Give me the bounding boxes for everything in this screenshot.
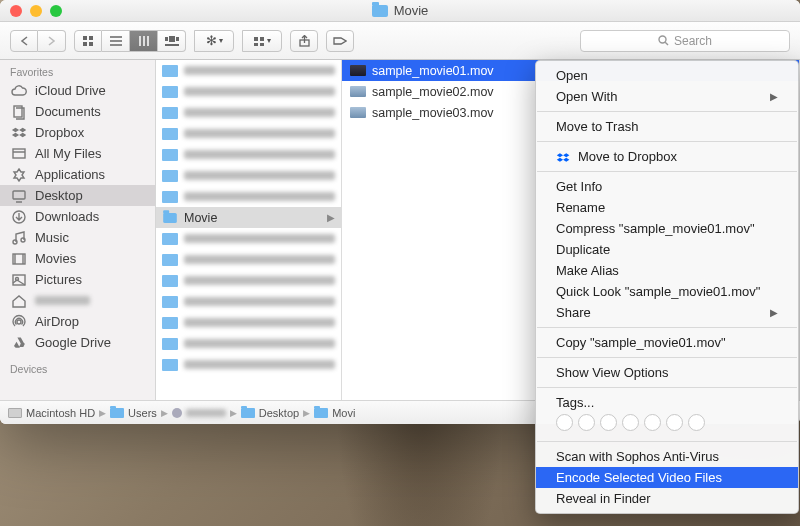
sidebar-item-downloads[interactable]: Downloads — [0, 206, 155, 227]
menu-duplicate[interactable]: Duplicate — [536, 239, 798, 260]
search-placeholder: Search — [674, 34, 712, 48]
menu-get-info[interactable]: Get Info — [536, 176, 798, 197]
menu-open[interactable]: Open — [536, 65, 798, 86]
sidebar-item-pictures[interactable]: Pictures — [0, 269, 155, 290]
menu-copy[interactable]: Copy "sample_movie01.mov" — [536, 332, 798, 353]
path-crumb-current[interactable]: Movi — [314, 407, 355, 419]
folder-icon — [163, 212, 177, 222]
movie-thumbnail-icon — [350, 65, 366, 76]
svg-rect-15 — [260, 37, 264, 41]
back-button[interactable] — [10, 30, 38, 52]
share-button[interactable] — [290, 30, 318, 52]
home-icon — [172, 408, 182, 418]
sidebar-item-airdrop[interactable]: AirDrop — [0, 311, 155, 332]
sidebar-item-movies[interactable]: Movies — [0, 248, 155, 269]
tag-dot[interactable] — [644, 414, 661, 431]
chevron-right-icon: ▶ — [327, 212, 335, 223]
svg-point-19 — [659, 36, 666, 43]
menu-reveal[interactable]: Reveal in Finder — [536, 488, 798, 509]
menu-separator — [537, 111, 797, 112]
disk-icon — [8, 408, 22, 418]
sidebar-item-label — [35, 293, 90, 308]
documents-icon — [10, 105, 27, 119]
svg-rect-2 — [83, 42, 87, 46]
tag-dot[interactable] — [666, 414, 683, 431]
menu-alias[interactable]: Make Alias — [536, 260, 798, 281]
svg-point-34 — [17, 320, 21, 324]
menu-compress[interactable]: Compress "sample_movie01.mov" — [536, 218, 798, 239]
sidebar-item-desktop[interactable]: Desktop — [0, 185, 155, 206]
menu-move-dropbox[interactable]: Move to Dropbox — [536, 146, 798, 167]
svg-rect-16 — [254, 43, 258, 46]
file-name: sample_movie01.mov — [372, 64, 494, 78]
sidebar-item-applications[interactable]: Applications — [0, 164, 155, 185]
sidebar-header-favorites: Favorites — [0, 60, 155, 80]
menu-trash[interactable]: Move to Trash — [536, 116, 798, 137]
sidebar-item-googledrive[interactable]: Google Drive — [0, 332, 155, 353]
path-crumb-desktop[interactable]: Desktop — [241, 407, 299, 419]
list-view-button[interactable] — [102, 30, 130, 52]
path-crumb-disk[interactable]: Macintosh HD — [8, 407, 95, 419]
zoom-button[interactable] — [50, 5, 62, 17]
sidebar-header-devices: Devices — [0, 357, 155, 377]
submenu-arrow-icon: ▶ — [770, 307, 778, 318]
menu-share[interactable]: Share▶ — [536, 302, 798, 323]
menu-encode[interactable]: Encode Selected Video Files — [536, 467, 798, 488]
sidebar-item-label: iCloud Drive — [35, 83, 106, 98]
close-button[interactable] — [10, 5, 22, 17]
sidebar-item-documents[interactable]: Documents — [0, 101, 155, 122]
search-icon — [658, 35, 669, 46]
window-title: Movie — [0, 3, 800, 18]
google-drive-icon — [10, 336, 27, 350]
sidebar-item-dropbox[interactable]: Dropbox — [0, 122, 155, 143]
folder-icon — [241, 408, 255, 418]
svg-rect-10 — [169, 36, 175, 42]
tag-dot[interactable] — [556, 414, 573, 431]
column-view-button[interactable] — [130, 30, 158, 52]
nav-buttons — [10, 30, 66, 52]
titlebar: Movie — [0, 0, 800, 22]
svg-point-28 — [21, 238, 25, 242]
sidebar-item-label: AirDrop — [35, 314, 79, 329]
sidebar-item-music[interactable]: Music — [0, 227, 155, 248]
path-crumb-home[interactable] — [172, 408, 226, 418]
tag-dot[interactable] — [600, 414, 617, 431]
search-input[interactable]: Search — [580, 30, 790, 52]
minimize-button[interactable] — [30, 5, 42, 17]
menu-scan[interactable]: Scan with Sophos Anti-Virus — [536, 446, 798, 467]
sidebar-item-label: Dropbox — [35, 125, 84, 140]
context-menu: Open Open With▶ Move to Trash Move to Dr… — [535, 60, 799, 514]
menu-view-options[interactable]: Show View Options — [536, 362, 798, 383]
window-controls — [0, 5, 62, 17]
chevron-right-icon: ▶ — [99, 408, 106, 418]
arrange-button[interactable]: ✻▾ — [194, 30, 234, 52]
file-name: sample_movie02.mov — [372, 85, 494, 99]
chevron-right-icon: ▶ — [230, 408, 237, 418]
tag-dot[interactable] — [622, 414, 639, 431]
forward-button[interactable] — [38, 30, 66, 52]
applications-icon — [10, 168, 27, 182]
tag-dot[interactable] — [578, 414, 595, 431]
sidebar-item-label: Movies — [35, 251, 76, 266]
menu-quicklook[interactable]: Quick Look "sample_movie01.mov" — [536, 281, 798, 302]
path-crumb-users[interactable]: Users — [110, 407, 157, 419]
sidebar-item-label: Pictures — [35, 272, 82, 287]
menu-separator — [537, 387, 797, 388]
title-text: Movie — [394, 3, 429, 18]
menu-open-with[interactable]: Open With▶ — [536, 86, 798, 107]
tags-button[interactable] — [326, 30, 354, 52]
coverflow-view-button[interactable] — [158, 30, 186, 52]
sidebar-item-allfiles[interactable]: All My Files — [0, 143, 155, 164]
column-1[interactable]: Movie ▶ — [156, 60, 342, 400]
icon-view-button[interactable] — [74, 30, 102, 52]
column1-selected-folder[interactable]: Movie ▶ — [156, 207, 341, 228]
action-button[interactable]: ▾ — [242, 30, 282, 52]
svg-rect-1 — [89, 36, 93, 40]
sidebar-item-home[interactable] — [0, 290, 155, 311]
sidebar-item-icloud[interactable]: iCloud Drive — [0, 80, 155, 101]
menu-rename[interactable]: Rename — [536, 197, 798, 218]
movie-thumbnail-icon — [350, 86, 366, 97]
cloud-icon — [10, 84, 27, 98]
tag-dot[interactable] — [688, 414, 705, 431]
svg-rect-14 — [254, 37, 258, 41]
